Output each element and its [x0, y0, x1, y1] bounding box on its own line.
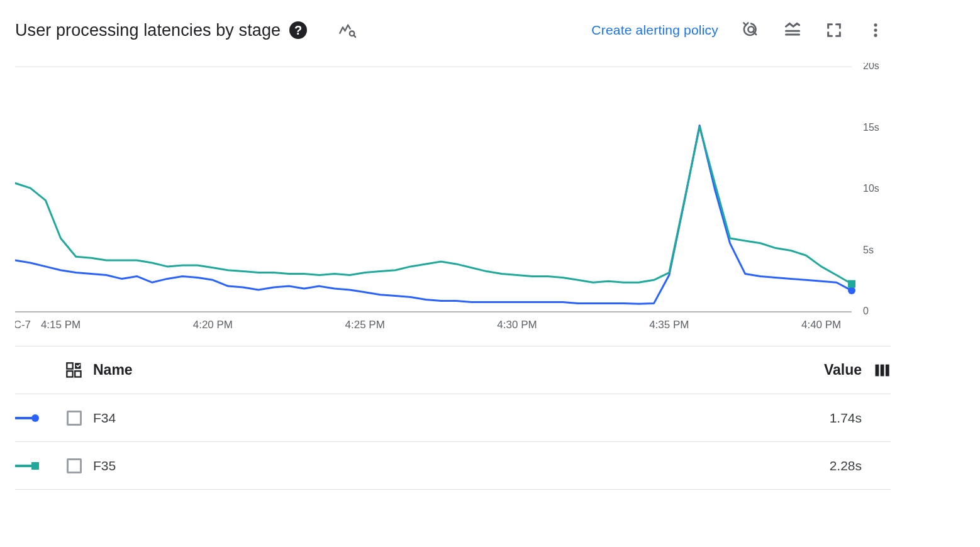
- svg-point-7: [874, 28, 877, 31]
- series-swatch: [15, 412, 59, 424]
- x-tick-label: 4:30 PM: [497, 319, 537, 331]
- y-tick-label: 20s: [863, 63, 879, 71]
- svg-rect-16: [881, 364, 884, 376]
- svg-rect-15: [876, 364, 879, 376]
- column-picker-icon[interactable]: [862, 362, 891, 379]
- header-actions: [736, 15, 891, 45]
- y-tick-label: 10s: [863, 183, 879, 194]
- select-all-icon[interactable]: [59, 362, 89, 379]
- x-tick-label: 4:25 PM: [345, 319, 385, 331]
- svg-point-8: [874, 34, 877, 37]
- series-line[interactable]: [15, 127, 852, 284]
- timezone-label: UTC-7: [15, 319, 31, 331]
- legend-name-header[interactable]: Name: [89, 362, 793, 378]
- y-tick-label: 15s: [863, 122, 879, 133]
- legend-toggle-icon[interactable]: [777, 15, 808, 45]
- series-checkbox[interactable]: [59, 411, 89, 426]
- svg-rect-14: [75, 371, 81, 377]
- series-name: F35: [89, 458, 793, 473]
- fullscreen-icon[interactable]: [819, 15, 849, 45]
- svg-line-1: [354, 35, 356, 37]
- series-end-marker: [848, 280, 855, 288]
- create-alerting-policy-link[interactable]: Create alerting policy: [591, 23, 718, 38]
- reset-zoom-icon[interactable]: [736, 15, 766, 45]
- legend-row[interactable]: F352.28s: [15, 442, 891, 490]
- metrics-card: User processing latencies by stage ? Cre…: [0, 0, 906, 490]
- metrics-explorer-icon[interactable]: [332, 15, 362, 45]
- line-chart[interactable]: 05s10s15s20s4:15 PM4:20 PM4:25 PM4:30 PM…: [15, 63, 891, 340]
- legend-header-row: Name Value: [15, 346, 891, 394]
- card-title: User processing latencies by stage: [15, 21, 281, 40]
- svg-rect-11: [67, 363, 72, 368]
- series-name: F34: [89, 411, 793, 426]
- more-options-icon[interactable]: [860, 15, 891, 45]
- x-tick-label: 4:40 PM: [801, 319, 841, 331]
- chart-area[interactable]: 05s10s15s20s4:15 PM4:20 PM4:25 PM4:30 PM…: [15, 63, 891, 340]
- legend-table: Name Value F341.74sF352.28s: [15, 346, 891, 490]
- y-tick-label: 5s: [863, 245, 874, 255]
- svg-point-6: [874, 23, 877, 26]
- svg-point-19: [31, 414, 39, 422]
- x-tick-label: 4:20 PM: [193, 319, 233, 331]
- series-value: 1.74s: [793, 411, 862, 426]
- svg-rect-21: [31, 462, 39, 470]
- legend-value-header[interactable]: Value: [793, 362, 862, 378]
- card-header: User processing latencies by stage ? Cre…: [15, 13, 891, 48]
- series-value: 2.28s: [793, 458, 862, 473]
- x-tick-label: 4:35 PM: [649, 319, 689, 331]
- series-checkbox[interactable]: [59, 458, 89, 473]
- legend-row[interactable]: F341.74s: [15, 394, 891, 442]
- help-icon[interactable]: ?: [289, 21, 307, 39]
- series-line[interactable]: [15, 126, 852, 304]
- svg-rect-13: [67, 371, 72, 377]
- svg-rect-17: [886, 364, 889, 376]
- x-tick-label: 4:15 PM: [41, 319, 81, 331]
- series-swatch: [15, 460, 59, 472]
- y-tick-label: 0: [863, 306, 869, 316]
- series-end-marker: [848, 287, 855, 294]
